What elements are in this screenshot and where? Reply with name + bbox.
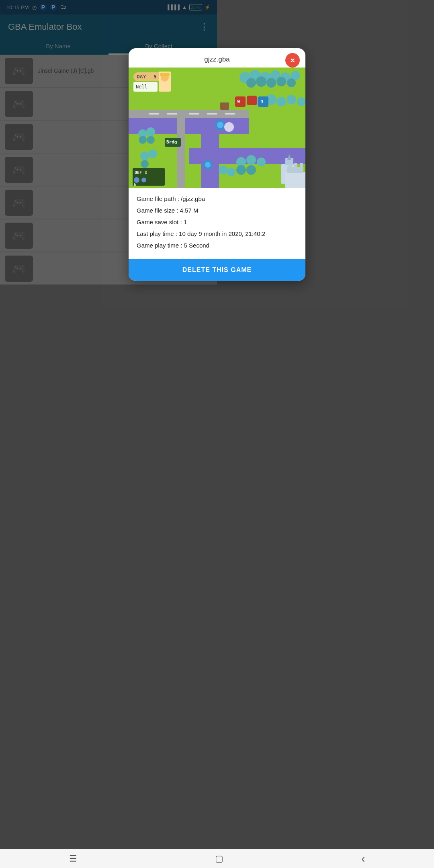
dialog-title: gjzz.gba [204, 55, 217, 63]
svg-rect-3 [189, 148, 217, 164]
save-slot-line: Game save slot : 1 [137, 218, 217, 226]
file-size-line: Game file size : 4.57 M [137, 206, 217, 215]
game-info-dialog: gjzz.gba × [129, 48, 217, 281]
svg-rect-5 [177, 110, 185, 188]
svg-text:DEF: DEF [135, 170, 142, 175]
svg-rect-6 [149, 113, 159, 115]
svg-text:6: 6 [134, 182, 136, 187]
svg-point-37 [147, 136, 155, 144]
last-play-line: Last play time : 10 day 9 month in 2020,… [137, 229, 217, 238]
file-path-line: Game file path : /gjzz.gba [137, 194, 217, 203]
svg-text:0: 0 [145, 170, 147, 175]
svg-text:Brdg: Brdg [166, 139, 177, 145]
dialog-header: gjzz.gba × [129, 48, 217, 68]
svg-rect-8 [189, 113, 199, 115]
svg-point-68 [205, 162, 211, 168]
svg-text:DAY: DAY [137, 74, 146, 80]
modal-overlay: gjzz.gba × [0, 0, 217, 434]
svg-point-53 [134, 177, 139, 183]
game-screenshot: DAY 5 Nell DEF 0 6 Brdg [129, 68, 217, 188]
svg-text:Nell: Nell [136, 84, 147, 90]
svg-text:5: 5 [154, 74, 157, 80]
svg-rect-7 [167, 113, 177, 115]
dialog-info: Game file path : /gjzz.gba Game file siz… [129, 188, 217, 259]
svg-rect-49 [160, 73, 170, 76]
svg-point-36 [139, 136, 147, 144]
svg-point-54 [141, 178, 146, 182]
svg-point-39 [148, 149, 157, 158]
svg-point-35 [146, 127, 155, 136]
svg-point-38 [140, 151, 149, 160]
play-time-line: Game play time : 5 Second [137, 241, 217, 250]
svg-rect-9 [207, 113, 217, 115]
svg-point-40 [141, 160, 149, 168]
delete-game-button[interactable]: DELETE THIS GAME [129, 259, 217, 281]
